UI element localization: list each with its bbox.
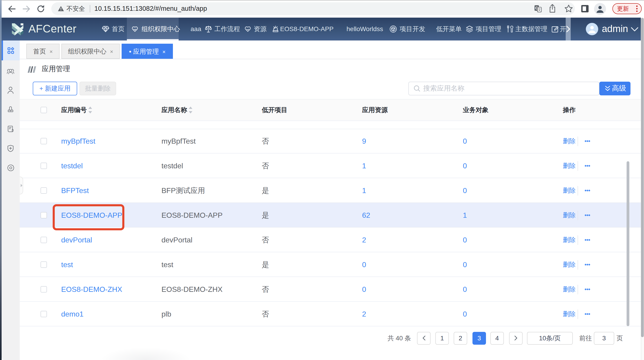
svg-text:文: 文 <box>538 8 541 12</box>
